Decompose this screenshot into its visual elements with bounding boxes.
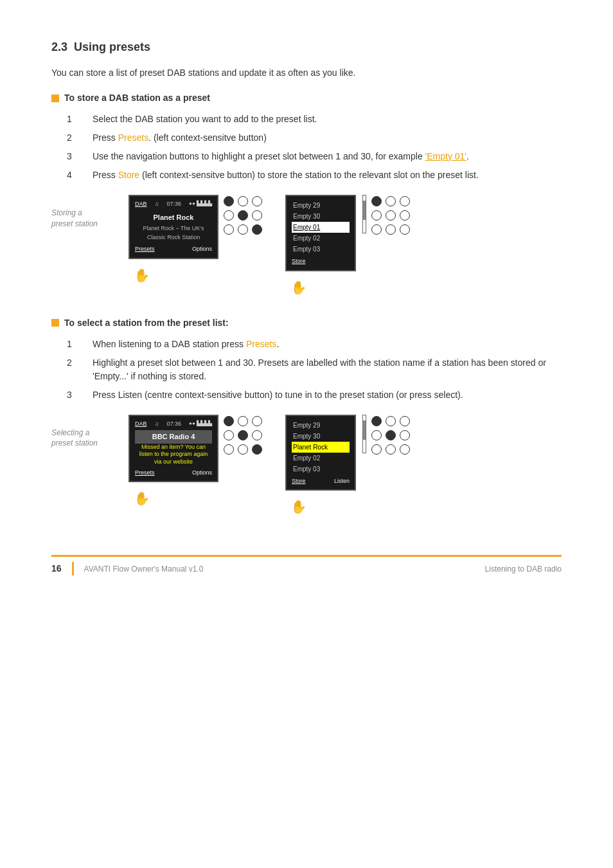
circle-btn-d2-3 xyxy=(400,196,410,206)
scrollbar-thumb-1 xyxy=(363,201,366,220)
circle-btn-d4-4 xyxy=(371,430,382,440)
devices-pair-1: DAB ♫ 07:36 ●● ▙▙▙▙ Planet Rock Planet R… xyxy=(129,195,410,297)
sub-line-1: Planet Rock – The UK'sClassic Rock Stati… xyxy=(135,224,212,242)
circle-btn-d4-5 xyxy=(386,430,396,440)
scrollbar-1 xyxy=(362,195,366,233)
circle-btn-d4-3 xyxy=(400,416,410,426)
circle-btn-filled-2 xyxy=(238,210,248,221)
intro-text: You can store a list of preset DAB stati… xyxy=(51,66,562,80)
footer-manual: AVANTI Flow Owner's Manual v1.0 xyxy=(84,563,204,575)
device-1-wrap: DAB ♫ 07:36 ●● ▙▙▙▙ Planet Rock Planet R… xyxy=(129,195,262,259)
hand-icon-1: 🤚 xyxy=(134,266,150,285)
store-step-1: 1 Select the DAB station you want to add… xyxy=(67,113,562,126)
context-buttons-2: Store xyxy=(292,257,350,266)
circle-btn-d3-3 xyxy=(252,416,262,426)
preset-item-4-empty02: Empty 02 xyxy=(292,453,350,464)
hand-icon-3: 🤚 xyxy=(134,489,150,508)
circle-btn-d3-9 xyxy=(252,444,262,455)
circle-btn-d2-2 xyxy=(386,196,396,206)
btn-row-top-3 xyxy=(224,416,262,426)
preset-item-empty30: Empty 30 xyxy=(292,211,350,222)
btn-row-mid-4 xyxy=(371,430,410,440)
device-2-wrap: Empty 29 Empty 30 Empty 01 Empty 02 Empt… xyxy=(285,195,410,271)
circle-btn-d3-7 xyxy=(224,444,234,455)
circle-btn-d3-4 xyxy=(224,430,234,440)
circle-btn-5 xyxy=(224,224,234,235)
preset-item-empty03: Empty 03 xyxy=(292,244,350,255)
preset-screen-2: Empty 29 Empty 30 Planet Rock Empty 02 E… xyxy=(285,415,356,491)
circle-btn-d2-8 xyxy=(386,224,396,235)
header-bar-3: DAB ♫ 07:36 ●● ▙▙▙▙ xyxy=(135,420,212,429)
storing-illustration: Storing apreset station DAB ♫ 07:36 ●● ▙… xyxy=(51,195,562,297)
btn-row-mid-2 xyxy=(371,210,410,221)
circle-btn-1 xyxy=(238,196,248,206)
circle-btn-4 xyxy=(252,210,262,221)
store-step-3: 3 Use the navigation buttons to highligh… xyxy=(67,150,562,163)
btn-row-bot-3 xyxy=(224,444,262,455)
circle-btn-filled-3 xyxy=(252,224,262,235)
preset-item-4-empty29: Empty 29 xyxy=(292,420,350,431)
selecting-label: Selecting apreset station xyxy=(51,415,109,449)
select-heading: To select a station from the preset list… xyxy=(51,316,562,330)
radio-screen-3: DAB ♫ 07:36 ●● ▙▙▙▙ BBC Radio 4 Missed a… xyxy=(129,415,218,483)
circle-btn-d2-9 xyxy=(400,224,410,235)
footer-left: 16 AVANTI Flow Owner's Manual v1.0 xyxy=(51,562,203,575)
preset-item-4-empty30: Empty 30 xyxy=(292,431,350,442)
preset-item-4-empty03: Empty 03 xyxy=(292,464,350,475)
btn-row-top-1 xyxy=(224,196,262,206)
circle-btn-d2-7 xyxy=(371,224,382,235)
circle-btn-d4-8 xyxy=(386,444,396,455)
context-buttons-1: Presets Options xyxy=(135,245,212,254)
footer-section: Listening to DAB radio xyxy=(485,563,562,575)
btn-row-bot-4 xyxy=(371,444,410,455)
btn-row-bot-1 xyxy=(224,224,262,235)
device-1: DAB ♫ 07:36 ●● ▙▙▙▙ Planet Rock Planet R… xyxy=(129,195,262,285)
store-step-2: 2 Press Presets. (left context-sensitve … xyxy=(67,131,562,145)
circle-btn-6 xyxy=(238,224,248,235)
device-4-wrap: Empty 29 Empty 30 Planet Rock Empty 02 E… xyxy=(285,415,410,491)
radio-screen-1: DAB ♫ 07:36 ●● ▙▙▙▙ Planet Rock Planet R… xyxy=(129,195,218,259)
preset-screen-1: Empty 29 Empty 30 Empty 01 Empty 02 Empt… xyxy=(285,195,356,271)
circle-btn-3 xyxy=(224,210,234,221)
page-number: 16 xyxy=(51,562,74,575)
btn-row-bot-2 xyxy=(371,224,410,235)
circle-btn-filled xyxy=(224,196,234,206)
select-step-1: 1 When listening to a DAB station press … xyxy=(67,338,562,351)
device-2: Empty 29 Empty 30 Empty 01 Empty 02 Empt… xyxy=(285,195,410,297)
circle-btn-d4-9 xyxy=(400,444,410,455)
context-buttons-4: Store Listen xyxy=(292,477,350,486)
station-name-1: Planet Rock xyxy=(135,211,212,224)
btn-row-top-2 xyxy=(371,196,410,206)
context-buttons-3: Presets Options xyxy=(135,469,212,478)
section-title: 2.3 Using presets xyxy=(51,39,562,56)
circle-btn-d4-6 xyxy=(400,430,410,440)
device-3-wrap: DAB ♫ 07:36 ●● ▙▙▙▙ BBC Radio 4 Missed a… xyxy=(129,415,262,483)
selecting-illustration: Selecting apreset station DAB ♫ 07:36 ●●… xyxy=(51,415,562,517)
preset-item-empty01: Empty 01 xyxy=(292,222,350,233)
circle-btn-d2-6 xyxy=(400,210,410,221)
circle-btn-d2-4 xyxy=(371,210,382,221)
store-heading: To store a DAB station as a preset xyxy=(51,91,562,105)
bullet-icon-2 xyxy=(51,319,59,327)
select-step-2: 2 Highlight a preset slot between 1 and … xyxy=(67,356,562,383)
circle-btn-d3-8 xyxy=(238,444,248,455)
circle-btn-d3-2 xyxy=(238,416,248,426)
preset-item-empty02: Empty 02 xyxy=(292,233,350,244)
store-step-4: 4 Press Store (left context-sensitve but… xyxy=(67,168,562,182)
circle-btn-d3-6 xyxy=(252,430,262,440)
btn-row-mid-3 xyxy=(224,430,262,440)
scrollbar-2 xyxy=(362,415,366,453)
btn-row-top-4 xyxy=(371,416,410,426)
device-4: Empty 29 Empty 30 Planet Rock Empty 02 E… xyxy=(285,415,410,517)
circle-btn-d4-7 xyxy=(371,444,382,455)
btn-row-mid-1 xyxy=(224,210,262,221)
device-3: DAB ♫ 07:36 ●● ▙▙▙▙ BBC Radio 4 Missed a… xyxy=(129,415,262,509)
missed-text: Missed an item? You canlisten to the pro… xyxy=(135,444,212,466)
devices-pair-2: DAB ♫ 07:36 ●● ▙▙▙▙ BBC Radio 4 Missed a… xyxy=(129,415,410,517)
circle-btn-d4-2 xyxy=(386,416,396,426)
circle-btn-d3-5 xyxy=(238,430,248,440)
page-footer: 16 AVANTI Flow Owner's Manual v1.0 Liste… xyxy=(51,555,562,575)
scrollbar-thumb-2 xyxy=(363,420,366,440)
storing-label: Storing apreset station xyxy=(51,195,109,230)
preset-item-4-planet-rock: Planet Rock xyxy=(292,442,350,453)
